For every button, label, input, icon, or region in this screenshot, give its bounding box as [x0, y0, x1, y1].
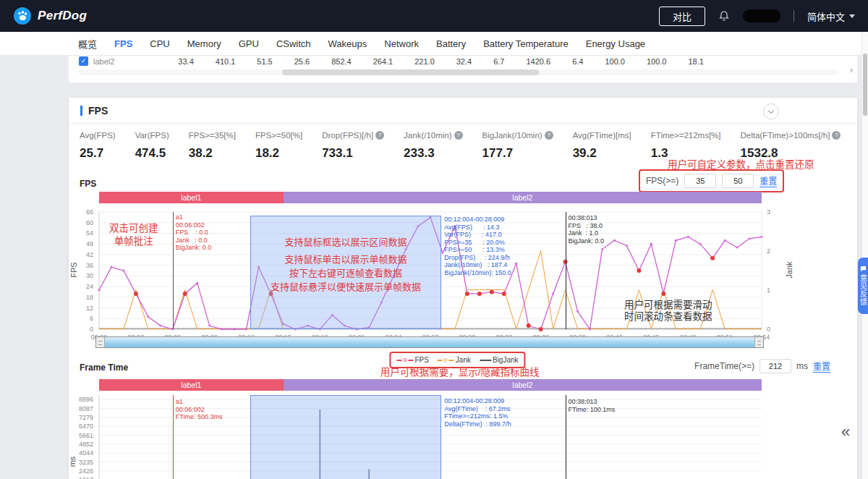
feedback-tab[interactable]: 意见反馈 — [858, 258, 868, 314]
collapse-sidebar-button[interactable]: « — [841, 424, 850, 440]
row-label: label2 — [93, 57, 114, 66]
stat-value: 474.5 — [135, 146, 169, 161]
tab-Battery Temperature[interactable]: Battery Temperature — [475, 32, 577, 55]
collapse-panel-button[interactable] — [763, 103, 779, 119]
y-axis-tick: 42 — [69, 251, 93, 258]
frametime-reset-link[interactable]: 重置 — [813, 360, 830, 373]
horizontal-scrollbar[interactable] — [79, 69, 837, 75]
y-axis-tick: 24 — [69, 283, 93, 290]
y-axis-title: FPS — [69, 262, 78, 277]
selection-region[interactable] — [250, 395, 442, 479]
table-cell: 1420.6 — [526, 57, 550, 66]
selection-hint-line: 支持鼠标框选以展示区间数据 — [251, 235, 441, 249]
frametime-threshold-label: FrameTime(>=) — [694, 361, 754, 371]
cursor-marker-line[interactable] — [566, 395, 566, 479]
info-icon[interactable]: ? — [375, 131, 384, 140]
region-label-label2[interactable]: label2 — [284, 192, 762, 203]
user-avatar[interactable] — [743, 9, 780, 22]
table-cell: 852.4 — [331, 57, 352, 66]
stat-label: Var(FPS) — [135, 131, 169, 140]
annotation-a1-text: a1 00:06:002 FPS : 0.0 Jank : 0.0 BigJan… — [176, 213, 212, 252]
panel-header: FPS — [69, 98, 857, 124]
table-row[interactable]: ✓ label2 33.4410.151.525.6852.4264.1221.… — [69, 56, 857, 66]
tab-Network[interactable]: Network — [375, 32, 427, 55]
top-navbar: PerfDog 对比 简体中文 — [0, 0, 868, 32]
table-cell: 32.4 — [456, 57, 472, 66]
title-accent-bar — [80, 106, 82, 116]
tab-Wakeups[interactable]: Wakeups — [320, 32, 376, 55]
fps-threshold-input-2[interactable] — [722, 174, 754, 188]
horizontal-scrollbar-thumb[interactable] — [282, 69, 539, 75]
fps-threshold-controls: FPS(>=) 重置 — [639, 169, 784, 192]
y-axis-tick: 6 — [69, 315, 93, 322]
row-checkbox[interactable]: ✓ — [79, 56, 88, 66]
y-axis-tick: 66 — [69, 208, 93, 216]
tab-Memory[interactable]: Memory — [179, 32, 230, 55]
chevron-right-icon[interactable]: › — [850, 65, 853, 75]
y-axis-tick: 18 — [69, 294, 93, 301]
stat-label: FTime>=212ms[%] — [651, 131, 721, 140]
chevron-down-icon — [849, 14, 855, 18]
table-cell: 6.4 — [572, 57, 583, 66]
y-axis-right-tick: 3 — [767, 208, 770, 216]
selection-region[interactable]: 支持鼠标框选以展示区间数据支持鼠标单击以展示单帧数据按下左右键可逐帧查看数据支持… — [250, 216, 442, 329]
language-selector[interactable]: 简体中文 — [807, 9, 855, 23]
info-icon[interactable]: ? — [545, 131, 553, 140]
tab-Battery[interactable]: Battery — [427, 32, 475, 55]
region-label-label1[interactable]: label1 — [99, 192, 284, 203]
fps-threshold-input-1[interactable] — [684, 174, 716, 188]
tab-GPU[interactable]: GPU — [230, 32, 268, 55]
stat-BigJank(/10min): BigJank(/10min)?177.7 — [482, 131, 553, 161]
frametime-unit: ms — [796, 361, 808, 371]
tab-Energy Usage[interactable]: Energy Usage — [577, 32, 654, 55]
info-icon[interactable]: ? — [454, 131, 463, 140]
selection-hint-line: 按下左右键可逐帧查看数据 — [251, 266, 441, 280]
frame-time-chart[interactable]: 8896808772796470566148524044323524261617… — [69, 395, 857, 479]
tab-CPU[interactable]: CPU — [141, 32, 178, 55]
annotation-a1-text: a1 00:06:002 FTime: 500.3ms — [176, 398, 223, 421]
table-cell: 410.1 — [216, 57, 236, 66]
vertical-scrollbar-thumb[interactable] — [863, 54, 867, 116]
scrollbar-track[interactable] — [105, 337, 754, 347]
fps-threshold-label: FPS(>=) — [646, 176, 678, 186]
legend-item-BigJank[interactable]: BigJank — [480, 356, 519, 364]
legend-item-FPS[interactable]: FPS — [396, 356, 428, 364]
hint-custom-params: 用户可自定义参数，点击重置还原 — [668, 156, 814, 171]
hint-scrollbar-usage: 用户可根据需要滑动 时间滚动条查看数据 — [624, 300, 712, 323]
y-axis-tick: 1617 — [69, 476, 93, 479]
cursor-tooltip: 00:38:013 FTime: 100.1ms — [569, 398, 616, 413]
frame-time-title: Frame Time — [80, 363, 128, 373]
legend-row: FPSJankBigJank — [396, 356, 518, 364]
stat-label: FPS>=50[%] — [255, 131, 302, 140]
legend-item-Jank[interactable]: Jank — [438, 356, 471, 364]
y-axis-right-tick: 2 — [767, 247, 770, 255]
y-axis-tick: 2426 — [69, 467, 93, 475]
y-axis-tick: 6470 — [69, 423, 93, 430]
frametime-threshold-input[interactable] — [760, 359, 791, 373]
feedback-label: 意见反馈 — [858, 274, 868, 306]
tab-CSwitch[interactable]: CSwitch — [268, 32, 320, 55]
info-icon[interactable]: ? — [832, 131, 841, 140]
vertical-scrollbar[interactable] — [861, 32, 868, 479]
cursor-marker-line[interactable] — [566, 212, 566, 329]
annotation-marker-line[interactable] — [173, 212, 174, 329]
selection-hint-line: 支持鼠标单击以展示单帧数据 — [251, 253, 441, 266]
scrollbar-right-handle[interactable] — [754, 337, 763, 347]
tab-FPS[interactable]: FPS — [106, 32, 141, 55]
notification-bell-icon[interactable] — [718, 10, 730, 22]
compare-button[interactable]: 对比 — [659, 7, 705, 26]
stat-Jank(/10min): Jank(/10min)?233.3 — [404, 131, 462, 161]
table-cell: 18.1 — [688, 57, 703, 66]
region-label-label1[interactable]: label1 — [99, 379, 284, 391]
fps-chart[interactable]: 0612182430364248546066012300:0000:0300:0… — [69, 212, 857, 351]
scrollbar-left-handle[interactable] — [96, 337, 105, 347]
time-scrollbar[interactable] — [95, 336, 764, 348]
annotation-marker-line[interactable] — [173, 395, 174, 479]
stat-label: Delta(FTime)>100ms[/h]? — [741, 131, 841, 140]
fps-reset-link[interactable]: 重置 — [760, 174, 777, 187]
y-axis-tick: 8896 — [69, 396, 93, 403]
region-label-label2[interactable]: label2 — [284, 379, 762, 391]
tab-概览[interactable]: 概览 — [69, 32, 106, 55]
stat-value: 39.2 — [573, 146, 631, 161]
table-row-values: 33.4410.151.525.6852.4264.1221.032.46.71… — [178, 57, 704, 66]
